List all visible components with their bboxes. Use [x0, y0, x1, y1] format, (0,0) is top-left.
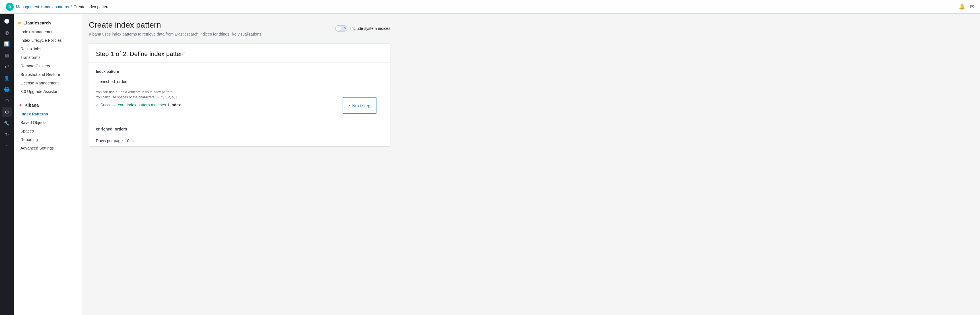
elasticsearch-section: Elasticsearch Index Management Index Lif…	[14, 18, 82, 96]
sidebar: Elasticsearch Index Management Index Lif…	[14, 14, 82, 315]
kibana-header: ✦ Kibana	[14, 100, 82, 110]
result-index-name: enriched_orders	[96, 127, 383, 131]
step-header: Step 1 of 2: Define index pattern	[89, 43, 390, 63]
chevron-right-icon: ›	[349, 103, 350, 108]
toggle-x-icon: ✕	[344, 27, 346, 30]
match-count: 1 index	[167, 103, 181, 107]
create-pattern-card: Step 1 of 2: Define index pattern Index …	[89, 43, 390, 147]
success-message: ✓ Success! Your index pattern matches 1 …	[96, 103, 383, 107]
breadcrumb: Management / Index patterns / Create ind…	[16, 5, 110, 9]
breadcrumb-management[interactable]: Management	[16, 5, 39, 9]
breadcrumb-index-patterns[interactable]: Index patterns	[44, 5, 69, 9]
rows-per-page-label: Rows per page: 10	[96, 138, 129, 143]
success-text: Success! Your index pattern matches 1 in…	[100, 103, 182, 107]
kibana-logo: ✦	[18, 103, 22, 107]
sidebar-item-index-patterns[interactable]: Index Patterns	[14, 110, 82, 118]
sidebar-item-rollup-jobs[interactable]: Rollup Jobs	[14, 44, 82, 53]
arrow-up-icon[interactable]: ↑	[2, 141, 12, 151]
page-title: Create index pattern	[89, 21, 262, 30]
sidebar-item-spaces[interactable]: Spaces	[14, 127, 82, 135]
sidebar-item-snapshot-restore[interactable]: Snapshot and Restore	[14, 70, 82, 79]
sidebar-item-advanced-settings[interactable]: Advanced Settings	[14, 144, 82, 152]
toggle-knob	[336, 26, 341, 31]
compass-icon[interactable]: ◎	[2, 27, 12, 38]
page-header-row: Create index pattern Kibana uses index p…	[89, 21, 390, 36]
page-description: Kibana uses index patterns to retrieve d…	[89, 32, 262, 36]
user-avatar[interactable]: D	[6, 3, 14, 11]
person-icon[interactable]: 👤	[2, 73, 12, 83]
system-indices-label: Include system indices	[350, 26, 390, 31]
bell-icon[interactable]: 🔔	[958, 3, 965, 10]
sidebar-item-index-management[interactable]: Index Management	[14, 28, 82, 36]
chevron-down-icon[interactable]: ⌄	[132, 138, 135, 143]
hint-line-1: You can use a * as a wildcard in your in…	[96, 90, 383, 95]
system-indices-toggle[interactable]: ✕	[335, 25, 347, 32]
topbar-actions: 🔔 ✉	[958, 3, 975, 10]
kibana-section: ✦ Kibana Index Patterns Saved Objects Sp…	[14, 100, 82, 152]
globe-icon[interactable]: 🌐	[2, 84, 12, 94]
pagination-row[interactable]: Rows per page: 10 ⌄	[89, 135, 390, 146]
system-indices-control: ✕ Include system indices	[335, 25, 390, 32]
step-title: Step 1 of 2: Define index pattern	[96, 50, 383, 58]
wrench-icon[interactable]: 🔧	[2, 118, 12, 128]
sidebar-item-upgrade-assistant[interactable]: 8.0 Upgrade Assistant	[14, 87, 82, 96]
puzzle-icon[interactable]: ⚙	[2, 107, 12, 117]
clock-icon[interactable]: 🕐	[2, 16, 12, 26]
elasticsearch-header: Elasticsearch	[14, 18, 82, 28]
sidebar-item-saved-objects[interactable]: Saved Objects	[14, 118, 82, 127]
user-circle-icon[interactable]: ⊙	[2, 95, 12, 106]
main-content: Create index pattern Kibana uses index p…	[82, 14, 980, 315]
icon-rail: 🕐 ◎ 📊 ▦ 🏷 👤 🌐 ⊙ ⚙ 🔧 ↻ ↑	[0, 14, 14, 315]
sidebar-item-index-lifecycle[interactable]: Index Lifecycle Policies	[14, 36, 82, 44]
index-pattern-label: Index pattern	[96, 70, 383, 74]
index-pattern-input[interactable]	[96, 76, 198, 87]
check-icon: ✓	[96, 103, 99, 107]
topbar: D Management / Index patterns / Create i…	[0, 0, 980, 14]
tag-icon[interactable]: 🏷	[2, 62, 12, 72]
mail-icon[interactable]: ✉	[969, 3, 975, 10]
next-step-button[interactable]: › Next step	[343, 97, 377, 114]
page-wrapper: Create index pattern Kibana uses index p…	[89, 21, 390, 147]
bar-chart-icon[interactable]: 📊	[2, 39, 12, 49]
sidebar-item-remote-clusters[interactable]: Remote Clusters	[14, 62, 82, 70]
sidebar-item-license-mgmt[interactable]: License Management	[14, 79, 82, 87]
form-hint: You can use a * as a wildcard in your in…	[96, 90, 383, 100]
elasticsearch-dot	[18, 22, 21, 24]
table-row: enriched_orders	[89, 123, 390, 135]
hint-line-2: You can't use spaces or the characters \…	[96, 95, 383, 100]
results-table: enriched_orders	[89, 123, 390, 135]
breadcrumb-current: Create index pattern	[73, 5, 110, 9]
sidebar-item-reporting[interactable]: Reporting	[14, 135, 82, 144]
table-icon[interactable]: ▦	[2, 50, 12, 60]
sidebar-item-transforms[interactable]: Transforms	[14, 53, 82, 62]
page-header-left: Create index pattern Kibana uses index p…	[89, 21, 262, 36]
refresh-icon[interactable]: ↻	[2, 130, 12, 140]
